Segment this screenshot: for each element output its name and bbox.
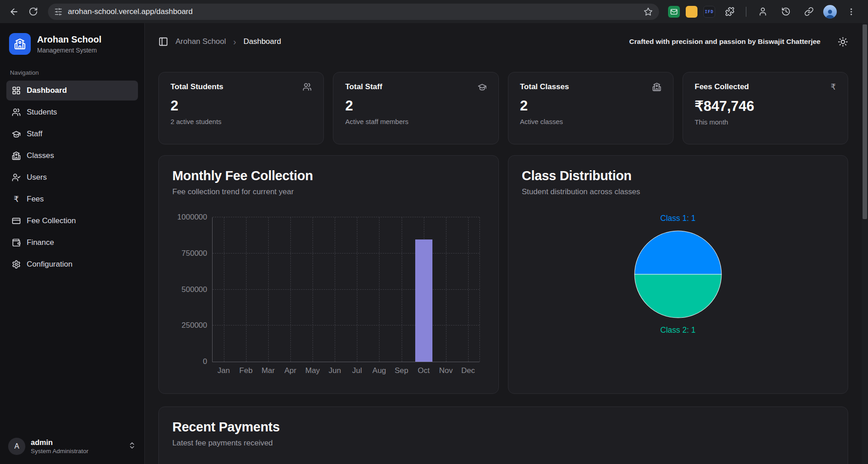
stat-card-total-staff: Total Staff 2 Active staff members	[333, 72, 498, 144]
pie-slice	[635, 231, 721, 274]
sidebar: Arohan School Management System Navigati…	[0, 23, 145, 464]
x-axis-tick: Jun	[328, 366, 341, 375]
pie-label-bottom: Class 2: 1	[660, 325, 696, 335]
stat-subtitle: This month	[695, 118, 836, 126]
app-logo-row: Arohan School Management System	[0, 23, 144, 62]
scrollbar-thumb[interactable]	[863, 24, 867, 219]
wallet-icon	[12, 238, 21, 247]
y-axis-tick: 750000	[181, 249, 207, 258]
user-role: System Administrator	[31, 448, 89, 454]
school-logo-icon	[9, 33, 31, 55]
gridline	[224, 217, 224, 362]
breadcrumb-root[interactable]: Arohan School	[175, 37, 226, 46]
gridline	[335, 217, 335, 362]
charts-grid: Monthly Fee Collection Fee collection tr…	[158, 155, 848, 394]
theme-sun-icon[interactable]	[838, 37, 848, 47]
user-menu[interactable]: A admin System Administrator	[0, 431, 144, 464]
stat-value: 2	[345, 98, 486, 114]
stat-subtitle: 2 active students	[171, 118, 312, 125]
sidebar-item-classes[interactable]: Classes	[6, 146, 138, 166]
sidebar-item-fee-collection[interactable]: Fee Collection	[6, 211, 138, 231]
x-axis-tick: Dec	[461, 366, 475, 375]
sidebar-item-label: Students	[27, 108, 57, 117]
gridline	[213, 253, 479, 254]
gridline	[290, 217, 291, 362]
recent-payments-subtitle: Latest fee payments received	[172, 439, 834, 448]
toolbar-separator	[746, 7, 746, 17]
yellow-extension-icon[interactable]	[686, 6, 697, 18]
gear-icon	[12, 260, 21, 269]
nav-section-label: Navigation	[0, 62, 144, 81]
x-axis-tick: Mar	[261, 366, 275, 375]
gridline	[213, 217, 479, 217]
history-icon[interactable]	[777, 3, 794, 20]
page-scrollbar[interactable]	[862, 23, 868, 464]
gridline	[446, 217, 446, 362]
stat-title: Total Staff	[345, 82, 382, 91]
sidebar-item-label: Classes	[27, 151, 54, 160]
graduation-cap-icon	[12, 129, 21, 139]
stat-value: 2	[520, 98, 661, 114]
sidebar-item-fees[interactable]: ₹ Fees	[6, 189, 138, 209]
monthly-fee-bar-chart: 02500005000007500001000000JanFebMarAprMa…	[212, 217, 479, 362]
user-check-icon	[12, 173, 21, 182]
stat-title: Total Classes	[520, 82, 569, 91]
pie-svg	[632, 229, 724, 320]
x-axis-tick: Jan	[218, 366, 230, 375]
class-distribution-pie-chart: Class 1: 1 Class 2: 1	[522, 214, 835, 335]
ifd-extension-icon[interactable]: IFD	[703, 6, 715, 18]
mail-extension-icon[interactable]	[668, 6, 680, 18]
credit-text: Crafted with precision and passion by Bi…	[629, 38, 821, 46]
sidebar-item-configuration[interactable]: Configuration	[6, 254, 138, 274]
back-icon[interactable]	[5, 3, 23, 20]
app-name: Arohan School	[37, 34, 101, 45]
browser-menu-dots-icon[interactable]	[843, 3, 860, 20]
gridline	[357, 217, 357, 362]
fees-rupee-icon: ₹	[831, 83, 836, 91]
pie-slice	[635, 274, 721, 318]
link-icon[interactable]	[800, 3, 817, 20]
stat-card-fees-collected: Fees Collected ₹ ₹847,746 This month	[683, 72, 848, 144]
students-icon	[303, 82, 312, 91]
sidebar-item-dashboard[interactable]: Dashboard	[6, 81, 138, 100]
gridline	[213, 289, 479, 290]
sidebar-item-staff[interactable]: Staff	[6, 124, 138, 144]
extensions-puzzle-icon[interactable]	[721, 3, 738, 20]
chart-subtitle: Student distribution across classes	[522, 187, 835, 196]
layout-grid-icon	[12, 86, 21, 95]
refresh-icon[interactable]	[24, 3, 42, 20]
bookmark-star-icon[interactable]	[644, 7, 653, 16]
gridline	[268, 217, 269, 362]
sidebar-item-label: Finance	[27, 238, 54, 247]
chart-title: Monthly Fee Collection	[172, 168, 485, 183]
pie-label-top: Class 1: 1	[660, 214, 696, 223]
stat-card-total-classes: Total Classes 2 Active classes	[508, 72, 674, 144]
site-settings-icon[interactable]	[54, 8, 62, 16]
x-axis-tick: Jul	[352, 366, 362, 375]
address-bar[interactable]: arohan-school.vercel.app/dashboard	[48, 4, 659, 20]
gridline	[213, 325, 479, 325]
rupee-icon: ₹	[12, 195, 21, 204]
stat-subtitle: Active classes	[520, 118, 661, 125]
user-name: admin	[31, 438, 89, 447]
sidebar-item-label: Configuration	[27, 260, 72, 269]
x-axis-tick: Nov	[439, 366, 453, 375]
sidebar-toggle-icon[interactable]	[158, 37, 168, 47]
sidebar-item-users[interactable]: Users	[6, 167, 138, 187]
sidebar-item-label: Fee Collection	[27, 216, 76, 225]
main-area: Arohan School › Dashboard Crafted with p…	[145, 23, 868, 464]
url-text[interactable]: arohan-school.vercel.app/dashboard	[68, 7, 638, 16]
sidebar-item-label: Users	[27, 173, 47, 182]
sidebar-item-students[interactable]: Students	[6, 102, 138, 122]
sidebar-item-label: Staff	[27, 129, 43, 139]
browser-profile-avatar[interactable]	[823, 5, 837, 19]
profile-person-icon[interactable]	[754, 3, 771, 20]
x-axis-tick: May	[305, 366, 320, 375]
class-distribution-card: Class Distribution Student distribution …	[508, 155, 849, 394]
bar-plot: 02500005000007500001000000JanFebMarAprMa…	[212, 217, 479, 362]
x-axis-tick: Sep	[394, 366, 408, 375]
x-axis-tick: Aug	[372, 366, 386, 375]
sidebar-item-finance[interactable]: Finance	[6, 233, 138, 253]
x-axis-tick: Oct	[417, 366, 429, 375]
gridline	[313, 217, 313, 362]
